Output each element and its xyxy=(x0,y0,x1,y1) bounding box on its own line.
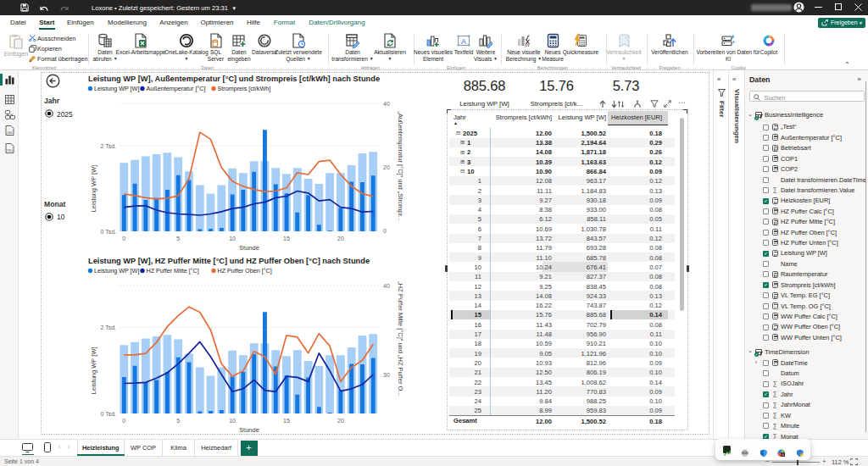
svg-text:TMDL: TMDL xyxy=(7,148,14,152)
svg-text:DAX: DAX xyxy=(7,130,13,134)
svg-text:15: 15 xyxy=(283,418,290,424)
svg-text:0 Tsd.: 0 Tsd. xyxy=(100,411,116,417)
svg-text:5: 5 xyxy=(176,418,180,424)
svg-text:0: 0 xyxy=(122,418,125,424)
svg-text:Außentemperatur [°C]: Außentemperatur [°C] xyxy=(147,85,206,92)
svg-text:A: A xyxy=(461,37,466,46)
svg-text:0: 0 xyxy=(122,236,125,241)
svg-text:Stunde: Stunde xyxy=(239,244,259,252)
svg-text:10: 10 xyxy=(229,236,236,241)
svg-text:Leistung WP [W]: Leistung WP [W] xyxy=(90,165,97,213)
svg-text:2 Tsd.: 2 Tsd. xyxy=(100,325,116,330)
svg-text:Leistung WP [W]: Leistung WP [W] xyxy=(94,267,139,275)
svg-text:30: 30 xyxy=(383,372,390,378)
svg-text:„Außentemperatur [°C]“ und „St: „Außentemperatur [°C]“ und „Strompr... xyxy=(397,111,404,221)
svg-text:20: 20 xyxy=(337,418,344,424)
svg-text:„HZ Puffer Mitte [°C]“ und „HZ: „HZ Puffer Mitte [°C]“ und „HZ Puffer O.… xyxy=(397,281,404,396)
svg-text:Leistung WP [W], Außentemperat: Leistung WP [W], Außentemperatur [°C] un… xyxy=(88,75,380,83)
svg-text:15: 15 xyxy=(283,236,290,241)
svg-text:Strompreis [ct/kWh]: Strompreis [ct/kWh] xyxy=(218,85,271,92)
svg-text:fx: fx xyxy=(526,42,531,48)
svg-text:0 Tsd.: 0 Tsd. xyxy=(100,229,116,235)
svg-text:0: 0 xyxy=(383,228,387,234)
svg-text:Leistung WP [W]: Leistung WP [W] xyxy=(94,85,139,92)
svg-text:20: 20 xyxy=(337,236,344,241)
svg-text:Leistung WP [W]: Leistung WP [W] xyxy=(90,347,97,394)
svg-text:2 Tsd.: 2 Tsd. xyxy=(100,143,116,149)
svg-text:HZ Puffer Mitte [°C]: HZ Puffer Mitte [°C] xyxy=(147,267,199,275)
svg-text:40: 40 xyxy=(383,101,390,107)
svg-text:40: 40 xyxy=(383,283,390,289)
svg-text:10: 10 xyxy=(229,418,236,424)
svg-text:5: 5 xyxy=(176,236,180,241)
svg-text:HZ Puffer Oben [°C]: HZ Puffer Oben [°C] xyxy=(218,267,272,275)
svg-text:Stunde: Stunde xyxy=(239,426,259,434)
svg-text:Leistung WP [W], HZ Puffer Mit: Leistung WP [W], HZ Puffer Mitte [°C] un… xyxy=(88,257,370,265)
svg-text:20: 20 xyxy=(383,164,390,170)
